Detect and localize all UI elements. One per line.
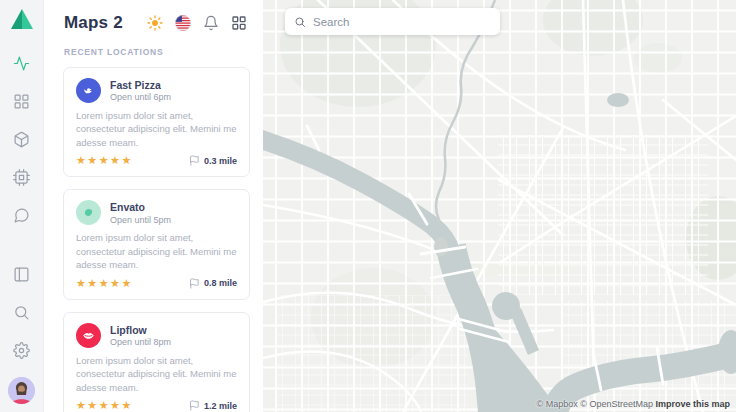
map-canvas[interactable] <box>263 0 736 412</box>
location-card-lipflow[interactable]: Lipflow Open until 8pm Lorem ipsum dolor… <box>63 312 250 412</box>
distance-value: 0.8 mile <box>204 278 237 288</box>
card-header: Fast Pizza Open until 6pm <box>76 78 237 103</box>
location-card-envato[interactable]: Envato Open until 5pm Lorem ipsum dolor … <box>63 189 250 299</box>
location-name: Lipflow <box>110 324 171 337</box>
location-name: Fast Pizza <box>110 79 171 92</box>
card-footer: ★★★★★ 0.3 mile <box>76 155 237 166</box>
activity-icon <box>13 55 30 72</box>
bird-icon <box>76 78 101 103</box>
star-rating: ★★★★★ <box>76 155 189 166</box>
layout-sidebar-icon <box>13 266 30 283</box>
panel-header: Maps 2 <box>44 0 263 39</box>
dashboard-grid-icon <box>13 93 30 110</box>
apps-grid-icon <box>231 15 247 31</box>
sidebar-item-search[interactable] <box>13 303 31 321</box>
sun-icon <box>147 15 163 31</box>
star-rating: ★★★★★ <box>76 400 189 411</box>
package-box-icon <box>13 131 30 148</box>
card-header: Envato Open until 5pm <box>76 200 237 225</box>
us-flag-icon <box>175 15 191 31</box>
header-actions <box>146 15 247 32</box>
location-description: Lorem ipsum dolor sit amet, consectetur … <box>76 231 237 271</box>
sidebar-item-packages[interactable] <box>13 130 31 148</box>
notifications-button[interactable] <box>202 15 219 32</box>
distance-badge: 0.8 mile <box>189 278 237 289</box>
location-description: Lorem ipsum dolor sit amet, consectetur … <box>76 109 237 149</box>
apps-menu-button[interactable] <box>230 15 247 32</box>
user-avatar[interactable] <box>8 377 35 404</box>
map-attribution: © Mapbox © OpenStreetMap Improve this ma… <box>537 399 730 409</box>
settings-gear-icon <box>13 342 30 359</box>
card-header: Lipflow Open until 8pm <box>76 323 237 348</box>
search-icon <box>13 304 30 321</box>
location-hours: Open until 5pm <box>110 215 171 225</box>
distance-value: 0.3 mile <box>204 156 237 166</box>
page-title: Maps 2 <box>64 13 146 33</box>
sidebar-item-layout[interactable] <box>13 265 31 283</box>
search-icon <box>294 16 306 28</box>
distance-badge: 1.2 mile <box>189 400 237 411</box>
location-card-fast-pizza[interactable]: Fast Pizza Open until 6pm Lorem ipsum do… <box>63 67 250 177</box>
osm-attribution-link[interactable]: © OpenStreetMap <box>580 399 653 409</box>
location-card-list: Fast Pizza Open until 6pm Lorem ipsum do… <box>44 67 263 412</box>
map-container: © Mapbox © OpenStreetMap Improve this ma… <box>263 0 736 412</box>
location-hours: Open until 6pm <box>110 92 171 102</box>
card-title-block: Fast Pizza Open until 6pm <box>110 79 171 102</box>
theme-toggle-button[interactable] <box>146 15 163 32</box>
map-search-input[interactable] <box>313 16 491 28</box>
flag-icon <box>189 400 200 411</box>
sidebar-item-messages[interactable] <box>13 206 31 224</box>
avatar-image <box>8 377 35 404</box>
leaf-icon <box>76 200 101 225</box>
location-description: Lorem ipsum dolor sit amet, consectetur … <box>76 354 237 394</box>
card-footer: ★★★★★ 1.2 mile <box>76 400 237 411</box>
mapbox-attribution-link[interactable]: © Mapbox <box>537 399 578 409</box>
lips-icon <box>76 323 101 348</box>
sidebar-item-dashboard[interactable] <box>13 92 31 110</box>
icon-rail <box>0 0 44 412</box>
bell-icon <box>203 15 219 31</box>
improve-map-link[interactable]: Improve this map <box>655 399 730 409</box>
star-rating: ★★★★★ <box>76 278 189 289</box>
location-name: Envato <box>110 201 171 214</box>
chat-bubble-icon <box>13 207 30 224</box>
language-selector-button[interactable] <box>174 15 191 32</box>
map-search-bar <box>285 8 500 35</box>
flag-icon <box>189 155 200 166</box>
card-footer: ★★★★★ 0.8 mile <box>76 278 237 289</box>
flag-icon <box>189 278 200 289</box>
card-title-block: Envato Open until 5pm <box>110 201 171 224</box>
sidebar-item-activity[interactable] <box>13 54 31 72</box>
app-logo-triangle-icon[interactable] <box>10 8 34 30</box>
recent-locations-label: RECENT LOCATIONS <box>44 47 263 57</box>
location-hours: Open until 8pm <box>110 337 171 347</box>
sidebar-item-settings[interactable] <box>13 341 31 359</box>
card-title-block: Lipflow Open until 8pm <box>110 324 171 347</box>
distance-value: 1.2 mile <box>204 401 237 411</box>
distance-badge: 0.3 mile <box>189 155 237 166</box>
sidebar-item-system[interactable] <box>13 168 31 186</box>
app-window: Maps 2 <box>0 0 736 412</box>
cpu-icon <box>13 169 30 186</box>
locations-panel: Maps 2 <box>44 0 263 412</box>
